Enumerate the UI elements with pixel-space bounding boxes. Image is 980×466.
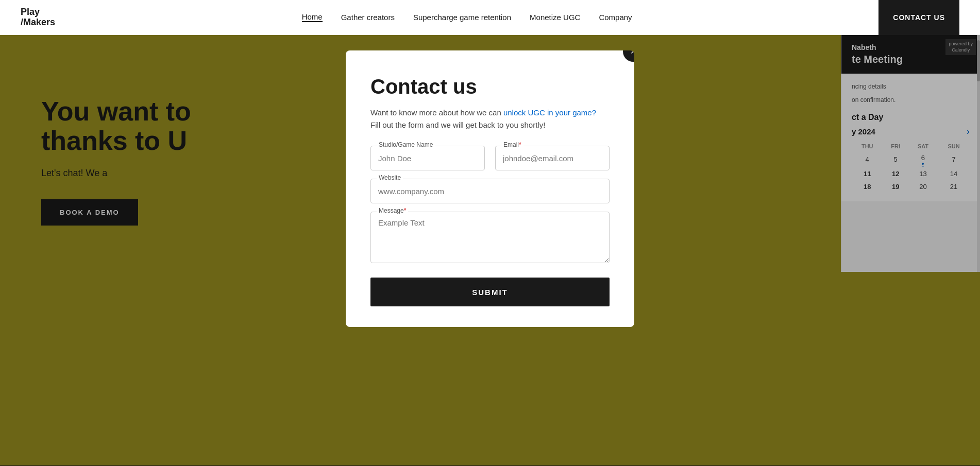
- message-textarea[interactable]: [370, 212, 610, 263]
- navbar: Play /Makers Home Gather creators Superc…: [0, 0, 980, 35]
- studio-input[interactable]: [370, 146, 485, 170]
- submit-button[interactable]: SUBMIT: [370, 278, 610, 306]
- modal-overlay[interactable]: × Contact us Want to know more about how…: [0, 35, 980, 466]
- form-row-1: Studio/Game Name Email*: [370, 146, 610, 170]
- studio-label: Studio/Game Name: [377, 141, 435, 148]
- modal-title: Contact us: [370, 75, 610, 98]
- contact-modal: × Contact us Want to know more about how…: [346, 50, 634, 327]
- email-input[interactable]: [495, 146, 610, 170]
- nav-link-monetize[interactable]: Monetize UGC: [530, 13, 580, 22]
- nav-logo[interactable]: Play /Makers: [21, 7, 55, 28]
- message-label: Message*: [377, 207, 408, 214]
- nav-contact-button[interactable]: CONTACT US: [878, 0, 959, 35]
- nav-links: Home Gather creators Supercharge game re…: [302, 12, 632, 22]
- nav-link-gather[interactable]: Gather creators: [341, 13, 395, 22]
- message-field-group: Message*: [370, 212, 610, 265]
- email-field-group: Email*: [495, 146, 610, 170]
- modal-description: Want to know more about how we can unloc…: [370, 107, 610, 131]
- website-input[interactable]: [370, 179, 610, 203]
- modal-close-button[interactable]: ×: [623, 50, 634, 62]
- nav-link-company[interactable]: Company: [599, 13, 632, 22]
- message-required: *: [404, 207, 407, 214]
- website-label: Website: [377, 174, 403, 181]
- modal-desc-highlight: unlock UGC in your game?: [503, 108, 596, 117]
- nav-link-home[interactable]: Home: [302, 12, 323, 22]
- nav-link-supercharge[interactable]: Supercharge game retention: [413, 13, 511, 22]
- website-field-group: Website: [370, 179, 610, 203]
- email-label: Email*: [501, 141, 523, 148]
- email-required: *: [519, 141, 521, 148]
- studio-field-group: Studio/Game Name: [370, 146, 485, 170]
